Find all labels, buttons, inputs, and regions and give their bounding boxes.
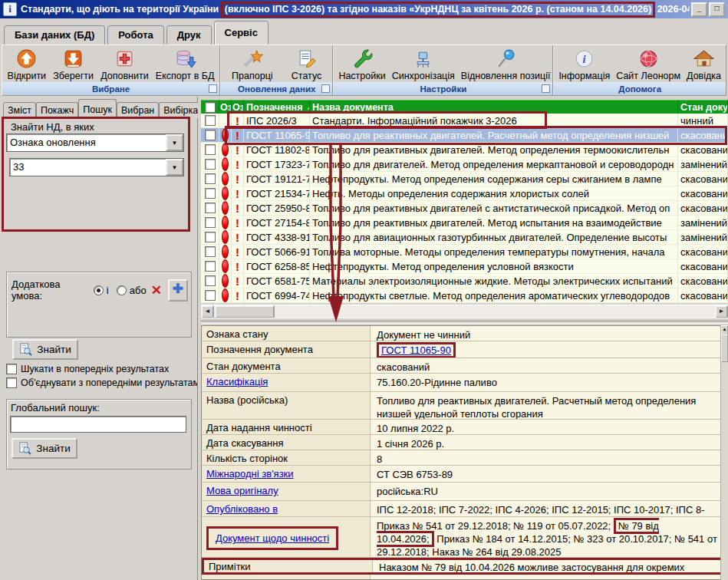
chevron-down-icon[interactable]: ▼ [166, 159, 183, 176]
published-in-link[interactable]: Опубліковано в [206, 503, 278, 515]
status-column-header[interactable]: Стан докум [678, 100, 728, 114]
dialog-launcher-icon[interactable] [542, 84, 550, 93]
maximize-button[interactable]: □ [709, 2, 725, 17]
add-condition-button[interactable]: ✚ [168, 279, 188, 302]
dialog-launcher-icon[interactable] [209, 84, 217, 93]
row-checkbox[interactable] [205, 290, 216, 301]
information-button[interactable]: i Інформація [555, 47, 613, 82]
row-checkbox[interactable] [205, 159, 216, 170]
red-circle-icon [222, 216, 229, 229]
help-button[interactable]: Довідка [684, 47, 724, 82]
global-search-input[interactable] [10, 416, 186, 433]
status-button[interactable]: Статус [288, 47, 325, 82]
dialog-launcher-icon[interactable] [321, 84, 330, 93]
app-logo-icon: i [3, 2, 17, 16]
minimize-button[interactable]: _ [691, 2, 707, 17]
chevron-down-icon[interactable]: ▼ [166, 134, 183, 151]
detail-label: Документ щодо чинності [202, 517, 371, 557]
row-checkbox[interactable] [205, 115, 216, 126]
append-button[interactable]: Доповнити [97, 47, 152, 82]
row-checkbox[interactable] [205, 188, 216, 199]
table-row[interactable]: ! ГОСТ 17323-71 Топливо для двигателей. … [201, 157, 728, 172]
pushpin-icon [495, 48, 517, 70]
row-checkbox[interactable] [205, 144, 216, 155]
international-relations-link[interactable]: Міжнародні зв'язки [206, 468, 294, 479]
details-vertical-scrollbar[interactable]: ▲ [720, 325, 728, 580]
checkbox[interactable] [6, 377, 17, 388]
append-plus-icon [114, 48, 136, 70]
table-row[interactable]: ! ГОСТ 11802-88 Топливо для реактивных д… [201, 143, 728, 157]
row-checkbox[interactable] [205, 246, 216, 257]
table-row[interactable]: ! ГОСТ 5066-91 (ИС Топлива моторные. Мет… [201, 245, 728, 259]
horizontal-scrollbar[interactable]: ◄ ► [201, 305, 728, 318]
table-row[interactable]: ! ГОСТ 21534-76 Нефть. Методы определени… [201, 186, 728, 201]
classification-link[interactable]: Класифікація [206, 376, 268, 387]
table-row[interactable]: ! ГОСТ 27154-86 Топливо для реактивных д… [201, 216, 728, 230]
designation-annotation-box: ГОСТ 11065-90 [377, 342, 456, 358]
find-button[interactable]: Знайти [12, 339, 78, 360]
row-checkbox[interactable] [205, 203, 216, 213]
row-checkbox[interactable] [205, 275, 216, 286]
row-checkbox[interactable] [205, 130, 216, 140]
table-row[interactable]: ! ГОСТ 6258-85 Нефтепродукты. Метод опре… [201, 259, 728, 274]
detail-row: Позначення документа ГОСТ 11065-90 [202, 341, 728, 358]
checkbox[interactable] [6, 364, 17, 374]
original-language-link[interactable]: Мова оригіналу [206, 485, 278, 496]
search-attribute-combobox[interactable]: Ознака оновлення ▼ [6, 133, 184, 152]
open-button[interactable]: Відкрити [5, 47, 50, 82]
merge-previous-checkbox-row[interactable]: Об'єднувати з попередніми результатами [6, 377, 197, 389]
flag-column-header[interactable]: Озн [219, 100, 232, 114]
table-row[interactable]: ! ГОСТ 25950-83 Топливо для реактивных д… [201, 201, 728, 216]
search-previous-checkbox-row[interactable]: Шукати в попередніх результатах [6, 363, 197, 375]
remove-condition-icon[interactable]: ✕ [150, 284, 163, 297]
sync-button[interactable]: Синхронізація [389, 47, 458, 82]
sidebar-tab-search[interactable]: Пошук [78, 99, 117, 118]
tab-databases[interactable]: Бази даних (БД) [4, 25, 105, 44]
leonorm-site-button[interactable]: Сайт Леонорм [613, 47, 684, 82]
table-row[interactable]: ! ГОСТ 6994-74 Нефтепродукты светлые. Ме… [201, 288, 728, 303]
header-checkbox[interactable] [205, 102, 216, 113]
name-column-header[interactable]: Назва документа [310, 100, 678, 114]
row-checkbox[interactable] [205, 173, 216, 184]
detail-row: Стан документа скасований [202, 358, 728, 374]
document-designation-link[interactable]: ГОСТ 11065-90 [381, 344, 451, 356]
global-find-button[interactable]: Знайти [12, 438, 77, 459]
table-row[interactable]: ! ГОСТ 6581-75 Материалы электроизоляцио… [201, 274, 728, 288]
flags-button[interactable]: Прапорці [229, 47, 276, 82]
table-row[interactable]: ! ГОСТ 4338-91 (ИС Топливо для авиационн… [201, 230, 728, 245]
radio-and[interactable] [94, 285, 104, 295]
sidebar-tab-index[interactable]: Покажч [36, 102, 78, 118]
detail-value: Топливо для реактивных двигателей. Расче… [371, 392, 728, 419]
scroll-right-icon[interactable]: ► [715, 305, 728, 318]
designation-column-header[interactable]: Позначення▲ [244, 100, 310, 114]
export-db-button[interactable]: Експорт в БД [153, 47, 218, 82]
scrollbar-thumb[interactable] [215, 305, 275, 318]
detail-row: Дата надання чинності 10 липня 2022 р. [202, 420, 728, 435]
detail-label: Міжнародні зв'язки [202, 466, 371, 482]
radio-or[interactable] [117, 285, 127, 295]
sidebar-tab-selection[interactable]: Вибірка [159, 102, 203, 118]
row-checkbox[interactable] [205, 232, 216, 242]
tab-service[interactable]: Сервіс [214, 21, 268, 44]
table-row-selected[interactable]: ! ГОСТ 11065-90 Топливо для реактивных д… [201, 128, 728, 143]
flag2-column-header[interactable]: Озн [232, 100, 244, 114]
save-button[interactable]: Зберегти [50, 47, 97, 82]
detail-label: Опубліковано в [202, 501, 371, 516]
detail-value: 75.160.20-Рідинне паливо [371, 374, 728, 391]
row-checkbox[interactable] [205, 261, 216, 272]
tab-print[interactable]: Друк [166, 25, 212, 44]
table-row[interactable]: ! ГОСТ 19121-73 Нефтепродукты. Метод опр… [201, 172, 728, 186]
search-value-combobox[interactable]: 33 ▼ [9, 158, 184, 176]
sidebar-tab-contents[interactable]: Зміст [3, 102, 36, 118]
tab-work[interactable]: Робота [107, 25, 164, 44]
settings-button[interactable]: Настройки [335, 47, 388, 82]
validity-document-link[interactable]: Документ щодо чинності [216, 532, 329, 544]
row-checkbox[interactable] [205, 217, 216, 228]
scrollbar-thumb[interactable] [721, 334, 728, 362]
scroll-left-icon[interactable]: ◄ [201, 305, 214, 318]
table-row[interactable]: ! ІПС 2026/3 Стандарти. Інформаційний по… [201, 114, 728, 128]
sidebar-tab-selected[interactable]: Вибран [117, 102, 159, 118]
restore-position-button[interactable]: Відновлення позиції [458, 47, 554, 82]
select-all-header[interactable] [201, 100, 219, 114]
doc-designation: ГОСТ 19121-73 [244, 172, 310, 186]
